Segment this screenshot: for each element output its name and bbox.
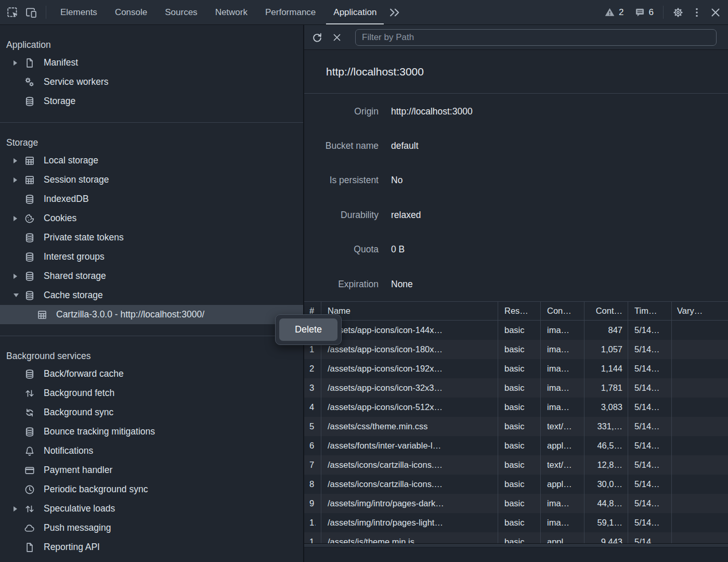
- sidebar-item-private-state-tokens[interactable]: Private state tokens: [0, 228, 303, 247]
- chevron-right-icon[interactable]: [14, 53, 24, 72]
- table-cell: appl…: [541, 475, 584, 494]
- sidebar-item-cache-storage[interactable]: Cache storage: [0, 286, 303, 305]
- more-tabs-icon[interactable]: [385, 0, 404, 24]
- table-row[interactable]: 7/assets/icons/cartzilla-icons.…basictex…: [304, 455, 728, 475]
- sidebar-item-local-storage[interactable]: Local storage: [0, 151, 303, 170]
- document-icon: [24, 57, 35, 69]
- context-menu-item-delete[interactable]: Delete: [279, 318, 337, 341]
- sidebar-item-shared-storage[interactable]: Shared storage: [0, 266, 303, 286]
- tab-console[interactable]: Console: [106, 0, 156, 24]
- column-header[interactable]: Vary…: [672, 302, 728, 320]
- sidebar-item-interest-groups[interactable]: Interest groups: [0, 247, 303, 266]
- column-header[interactable]: Res…: [498, 302, 541, 320]
- filter-by-path-input[interactable]: [355, 29, 717, 46]
- sidebar-item-service-workers[interactable]: Service workers: [0, 72, 303, 92]
- gear-icon[interactable]: [669, 0, 687, 24]
- table-cell-text: basic: [504, 441, 535, 451]
- table-cell: 5/14…: [628, 513, 672, 532]
- sidebar-item-background-sync[interactable]: Background sync: [0, 403, 303, 422]
- table-cell: appl…: [541, 532, 584, 543]
- table-row[interactable]: 9/assets/img/intro/pages-dark…basicima…4…: [304, 494, 728, 513]
- table-row[interactable]: 6/assets/fonts/inter-variable-l…basicapp…: [304, 436, 728, 455]
- expander-spacer: [14, 461, 24, 480]
- sidebar-item-background-fetch[interactable]: Background fetch: [0, 384, 303, 403]
- chevron-right-icon[interactable]: [14, 209, 24, 228]
- sidebar-item-speculative-loads[interactable]: Speculative loads: [0, 499, 303, 518]
- grid-header-row: #NameRes…Con…Cont…Tim…Vary…: [304, 302, 728, 321]
- table-cell: [672, 340, 728, 359]
- table-row[interactable]: 5/assets/css/theme.min.cssbasictext/…331…: [304, 417, 728, 436]
- metadata-field: ExpirationNone: [304, 267, 728, 301]
- table-cell: /assets/icons/cartzilla-icons.…: [321, 475, 498, 494]
- table-cell-text: 5/14…: [634, 344, 666, 354]
- close-icon[interactable]: [706, 0, 725, 24]
- sidebar-item-label: Push messaging: [44, 522, 111, 533]
- table-cell: /assets/fonts/inter-variable-l…: [321, 436, 498, 455]
- kebab-menu-icon[interactable]: [687, 0, 706, 24]
- table-cell: 7: [304, 455, 321, 475]
- table-cell: [672, 359, 728, 378]
- sidebar-item-reporting-api[interactable]: Reporting API: [0, 538, 303, 557]
- refresh-icon[interactable]: [309, 30, 325, 45]
- sidebar-item-cartzilla-3-0-0-http-localhost-3000[interactable]: Cartzilla-3.0.0 - http://localhost:3000/: [0, 305, 303, 324]
- tab-application[interactable]: Application: [324, 0, 385, 24]
- table-cell-text: basic: [504, 364, 535, 374]
- chevron-right-icon[interactable]: [14, 151, 24, 170]
- table-cell-text: 1,057: [590, 344, 622, 354]
- sidebar-item-notifications[interactable]: Notifications: [0, 441, 303, 461]
- column-header[interactable]: Tim…: [628, 302, 672, 320]
- pane-splitter[interactable]: [304, 544, 728, 547]
- sidebar-item-indexeddb[interactable]: IndexedDB: [0, 189, 303, 209]
- sidebar-item-back-forward-cache[interactable]: Back/forward cache: [0, 364, 303, 384]
- table-row[interactable]: 1/assets/app-icons/icon-180x…basicima…1,…: [304, 340, 728, 359]
- table-cell-text: basic: [504, 518, 535, 528]
- device-toolbar-icon[interactable]: [22, 0, 41, 24]
- table-row[interactable]: 4/assets/app-icons/icon-512x…basicima…3,…: [304, 398, 728, 417]
- sidebar-item-label: Session storage: [44, 174, 109, 185]
- sidebar-item-bounce-tracking-mitigations[interactable]: Bounce tracking mitigations: [0, 422, 303, 441]
- table-cell-text: 847: [590, 325, 622, 335]
- tab-network[interactable]: Network: [206, 0, 256, 24]
- table-cell: 6: [304, 436, 321, 455]
- table-cell-text: 5/14…: [634, 422, 666, 431]
- table-cell-text: 5/14…: [634, 441, 666, 451]
- table-cell: basic: [498, 398, 541, 417]
- column-header[interactable]: Cont…: [584, 302, 628, 320]
- sidebar-item-manifest[interactable]: Manifest: [0, 53, 303, 72]
- chevron-right-icon[interactable]: [14, 266, 24, 286]
- database-icon: [24, 290, 35, 301]
- table-row[interactable]: 0/assets/app-icons/icon-144x…basicima…84…: [304, 321, 728, 340]
- tab-sources[interactable]: Sources: [156, 0, 206, 24]
- table-cell-text: 5/14…: [634, 537, 666, 543]
- table-row[interactable]: 10/assets/img/intro/pages-light…basicima…: [304, 513, 728, 532]
- table-row[interactable]: 2/assets/app-icons/icon-192x…basicima…1,…: [304, 359, 728, 378]
- warnings-indicator[interactable]: 2: [601, 7, 627, 18]
- tab-performance[interactable]: Performance: [256, 0, 324, 24]
- sidebar-item-push-messaging[interactable]: Push messaging: [0, 518, 303, 538]
- chevron-down-icon[interactable]: [14, 286, 24, 305]
- table-row[interactable]: 3/assets/app-icons/icon-32x3…basicima…1,…: [304, 378, 728, 398]
- sidebar-item-periodic-background-sync[interactable]: Periodic background sync: [0, 480, 303, 499]
- sidebar-item-payment-handler[interactable]: Payment handler: [0, 461, 303, 480]
- table-row[interactable]: 8/assets/icons/cartzilla-icons.…basicapp…: [304, 475, 728, 494]
- inspect-icon[interactable]: [3, 0, 22, 24]
- sidebar-item-storage[interactable]: Storage: [0, 92, 303, 111]
- sidebar-item-session-storage[interactable]: Session storage: [0, 170, 303, 189]
- database-icon: [24, 194, 35, 205]
- column-header[interactable]: Con…: [541, 302, 584, 320]
- clear-icon[interactable]: [329, 30, 345, 45]
- sidebar-section: Background servicesBack/forward cacheBac…: [0, 348, 303, 562]
- updown-arrows-icon: [24, 388, 35, 399]
- sidebar-item-label: Cache storage: [44, 290, 103, 301]
- clock-icon: [24, 484, 35, 495]
- field-label: Bucket name: [304, 140, 379, 151]
- field-value: relaxed: [391, 210, 421, 221]
- chevron-right-icon[interactable]: [14, 170, 24, 189]
- tab-elements[interactable]: Elements: [51, 0, 106, 24]
- table-row[interactable]: 11/assets/js/theme.min.jsbasicappl…9,443…: [304, 532, 728, 543]
- messages-indicator[interactable]: 6: [631, 7, 657, 18]
- table-icon: [36, 309, 48, 321]
- sidebar-item-cookies[interactable]: Cookies: [0, 209, 303, 228]
- column-header[interactable]: Name: [321, 302, 498, 320]
- chevron-right-icon[interactable]: [14, 499, 24, 518]
